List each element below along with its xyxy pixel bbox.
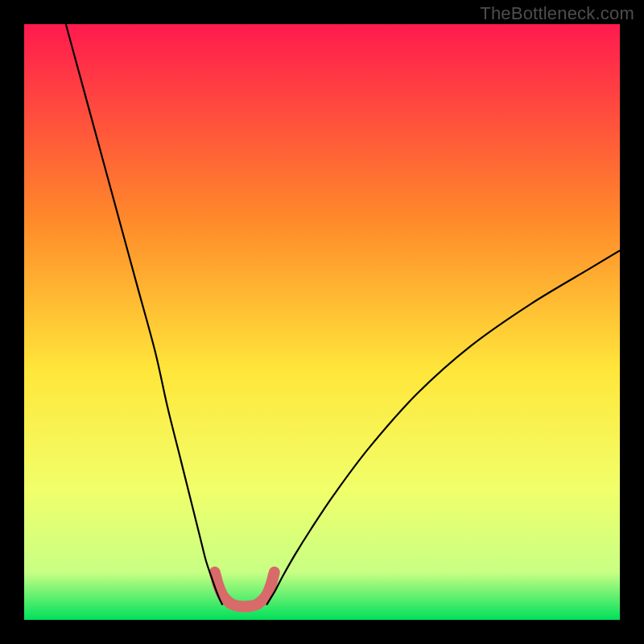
- chart-stage: TheBottleneck.com: [0, 0, 644, 644]
- gradient-background: [24, 24, 620, 620]
- watermark-text: TheBottleneck.com: [480, 3, 634, 24]
- bottleneck-chart: [24, 24, 620, 620]
